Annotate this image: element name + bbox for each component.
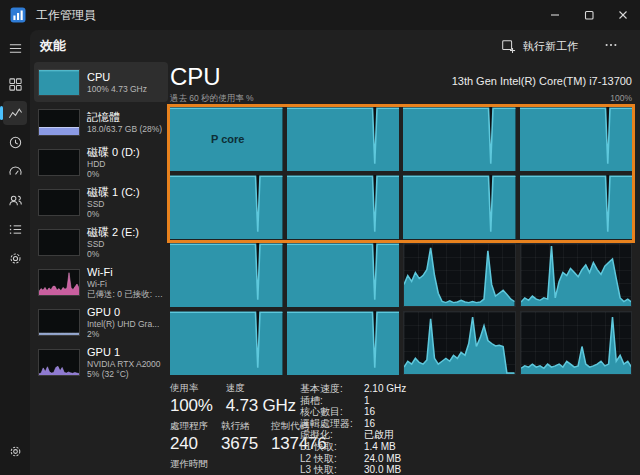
sidebar-item-title: GPU 1 (87, 346, 161, 359)
kv-value: 1 (364, 395, 370, 407)
rail-item-services[interactable] (3, 246, 27, 270)
sidebar-item-cpu[interactable]: CPU 100% 4.73 GHz (34, 62, 168, 102)
cpu-core-graph (287, 175, 400, 239)
cpu-core-graph (520, 107, 633, 171)
cpu-chip-name: 13th Gen Intel(R) Core(TM) i7-13700 (452, 75, 632, 90)
rail-item-performance[interactable] (3, 101, 27, 125)
stat-label: 運作時間 (170, 458, 239, 471)
sidebar-item-subtitle2: 2% (87, 329, 159, 339)
startup-apps-icon (8, 164, 23, 179)
wifi-mini-graph (38, 269, 80, 296)
minimize-button[interactable] (538, 0, 572, 30)
rail-item-startup-apps[interactable] (3, 159, 27, 183)
cpu-core-graph (520, 175, 633, 239)
sidebar-item-title: CPU (87, 71, 147, 84)
titlebar: 工作管理員 (0, 0, 640, 30)
sidebar-item-memory[interactable]: 記憶體 18.0/63.7 GB (28%) (34, 102, 168, 142)
sidebar-item-subtitle: 100% 4.73 GHz (87, 84, 147, 94)
memory-mini-graph (38, 109, 80, 136)
axis-label-utilization: 過去 60 秒的使用率 % (170, 93, 254, 105)
disk0-mini-graph (38, 149, 80, 176)
performance-icon (8, 106, 23, 121)
sidebar-item-title: GPU 0 (87, 306, 159, 319)
cpu-core-graph (403, 175, 516, 239)
more-options-button[interactable] (596, 34, 626, 59)
cpu-stats-secondary: 基本速度:2.10 GHz 插槽:1 核心數目:16 邏輯處理器:16 虛擬化:… (300, 382, 406, 475)
sidebar-item-gpu1[interactable]: GPU 1 NVIDIA RTX A2000 5% (32 °C) (34, 342, 168, 382)
cpu-core-graph (403, 311, 516, 375)
kv-value: 24.0 MB (364, 453, 401, 465)
sidebar-item-subtitle2: 0% (87, 209, 140, 219)
sidebar-item-disk2[interactable]: 磁碟 2 (E:) SSD 0% (34, 222, 168, 262)
content-panel: 效能 執行新工作 CPU 100% 4.73 GHz 記憶體 18.0/63.7… (30, 30, 640, 475)
sidebar-item-title: 磁碟 0 (D:) (87, 146, 140, 159)
sidebar-item-subtitle2: 0% (87, 249, 139, 259)
kv-label: L2 快取: (300, 453, 364, 465)
sidebar-item-subtitle2: 5% (32 °C) (87, 369, 161, 379)
sidebar-item-subtitle: 18.0/63.7 GB (28%) (87, 124, 162, 134)
run-new-task-button[interactable]: 執行新工作 (493, 35, 586, 58)
sidebar-item-gpu0[interactable]: GPU 0 Intel(R) UHD Gra... 2% (34, 302, 168, 342)
app-history-icon (8, 135, 23, 150)
sidebar-item-subtitle: SSD (87, 239, 139, 249)
sidebar-item-subtitle2: 0% (87, 169, 140, 179)
users-icon (8, 193, 23, 208)
task-manager-app-icon (10, 7, 26, 23)
cpu-mini-graph (38, 69, 80, 96)
performance-sidebar: CPU 100% 4.73 GHz 記憶體 18.0/63.7 GB (28%)… (32, 60, 170, 475)
sidebar-item-subtitle: SSD (87, 199, 140, 209)
sidebar-item-subtitle: NVIDIA RTX A2000 (87, 359, 161, 369)
kv-label: 核心數目: (300, 406, 364, 418)
sidebar-item-disk0[interactable]: 磁碟 0 (D:) HDD 0% (34, 142, 168, 182)
stat-value-utilization: 100% (170, 396, 213, 416)
cpu-core-graph (520, 243, 633, 307)
minimize-icon (547, 7, 563, 23)
kv-label: L3 快取: (300, 464, 364, 475)
rail-item-users[interactable] (3, 188, 27, 212)
navigation-rail (0, 30, 30, 475)
sidebar-item-disk1[interactable]: 磁碟 1 (C:) SSD 0% (34, 182, 168, 222)
menu-button[interactable] (3, 36, 27, 60)
cpu-core-graph (287, 107, 400, 171)
kv-label: 邏輯處理器: (300, 418, 364, 430)
disk1-mini-graph (38, 189, 80, 216)
kv-label: L1 快取: (300, 441, 364, 453)
kv-value: 30.0 MB (364, 464, 401, 475)
kv-value: 2.10 GHz (364, 383, 406, 395)
stat-value-threads: 3675 (221, 434, 258, 454)
stat-label: 使用率 (170, 382, 213, 395)
rail-item-processes[interactable] (3, 72, 27, 96)
stat-label: 速度 (226, 382, 296, 395)
stat-label: 處理程序 (170, 420, 208, 433)
cpu-panel-title: CPU (170, 64, 221, 90)
cpu-core-graph (287, 243, 400, 307)
sidebar-item-title: 磁碟 2 (E:) (87, 226, 139, 239)
details-icon (8, 222, 23, 237)
sidebar-item-subtitle: Wi-Fi (87, 279, 164, 289)
stat-value-speed: 4.73 GHz (226, 396, 296, 416)
cpu-core-graph (170, 243, 283, 307)
maximize-button[interactable] (572, 0, 606, 30)
sidebar-item-title: Wi-Fi (87, 266, 164, 279)
cpu-core-graph (287, 311, 400, 375)
cpu-core-graph (403, 243, 516, 307)
disk2-mini-graph (38, 229, 80, 256)
settings-button[interactable] (3, 439, 27, 463)
ellipsis-icon (604, 38, 618, 52)
kv-value: 1.4 MB (364, 441, 396, 453)
stat-value-processes: 240 (170, 434, 208, 454)
selected-accent-bar (0, 106, 3, 120)
sidebar-item-wifi[interactable]: Wi-Fi Wi-Fi 已傳送: 0 已接收: 8.0 K (34, 262, 168, 302)
gpu1-mini-graph (38, 349, 80, 376)
sidebar-item-title: 記憶體 (87, 111, 162, 124)
kv-label: 基本速度: (300, 383, 364, 395)
run-new-task-label: 執行新工作 (523, 39, 578, 54)
sidebar-item-subtitle: HDD (87, 159, 140, 169)
close-button[interactable] (606, 0, 640, 30)
kv-label: 虛擬化: (300, 429, 364, 441)
sidebar-item-subtitle2: 已傳送: 0 已接收: 8.0 K (87, 289, 164, 299)
rail-item-app-history[interactable] (3, 130, 27, 154)
maximize-icon (581, 7, 597, 23)
rail-item-details[interactable] (3, 217, 27, 241)
cpu-core-grid[interactable]: P core (170, 107, 632, 375)
